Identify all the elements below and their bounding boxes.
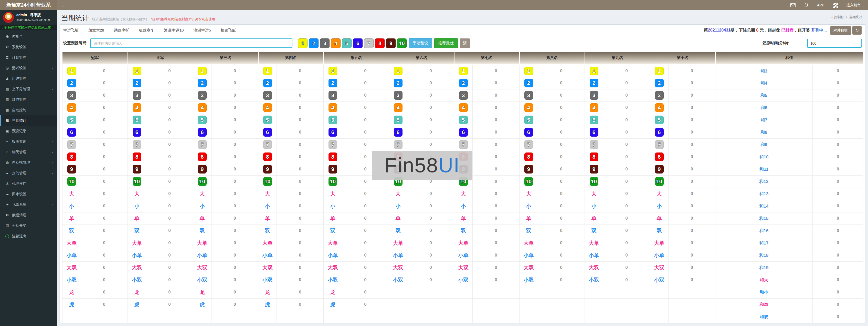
sidebar-item-room-manage[interactable]: ◒房间管理‹ [0,168,57,178]
tab-1[interactable]: 幸运飞艇 [63,28,79,33]
bet-amount-cell: 0 [603,249,650,261]
bet-option-cell: 双 [128,225,146,237]
bet-amount-cell: 0 [473,126,520,139]
bet-amount-cell: 0 [81,65,128,77]
qr-code-icon[interactable] [833,3,838,8]
ball-3: 3 [67,91,76,100]
tab-5[interactable]: 澳洲幸运10 [164,28,184,33]
sum-amount-cell: 0 [813,310,863,323]
tab-7[interactable]: 极速飞艇 [221,28,236,33]
bet-option-cell: 5 [520,114,538,126]
bet-label: 小 [330,203,335,209]
bet-label: 小单 [589,253,599,258]
page-title: 当期统计 [61,14,89,22]
bet-amount-cell: 0 [669,89,715,101]
bet-label: 龙 [200,289,205,295]
ball-10: 10 [67,177,76,186]
manual-preset-button[interactable]: 手动预设 [409,38,432,48]
bet-amount-cell: 0 [146,175,193,187]
sidebar-item-plan-manage[interactable]: ≣计划管理 [0,52,57,63]
preset-number-button-8[interactable]: 8 [375,38,384,48]
sidebar-item-label: 聊天管理 [12,147,26,157]
restore-time-input[interactable] [807,39,862,48]
sum-label-cell: 和16 [715,225,813,237]
bet-label: 小单 [524,253,534,258]
sidebar-item-updown-manage[interactable]: ▤上下分管理‹ [0,84,57,94]
table-row: 小双0小双0小双0小双0小双0小双0小双0小双0小双0小双0和大0 [62,274,863,286]
recommend-best-button[interactable]: 推荐最优 [434,38,458,48]
bet-option-cell: 8 [323,151,342,163]
tab-2[interactable]: 加拿大28 [88,28,104,33]
sum-amount-cell: 0 [813,249,863,261]
bet-option-cell: 3 [585,89,603,101]
sidebar-item-preset-record[interactable]: ▣预设记录 [0,126,57,136]
sum-amount-cell: 0 [813,225,863,237]
bet-option-cell: 小双 [258,274,277,286]
sidebar-item-label: 飞单系统 [12,199,26,210]
preset-number-button-5[interactable]: 5 [342,38,351,48]
bet-label: 小单 [328,253,338,258]
bet-amount-cell: 0 [603,200,650,212]
sidebar-item-game-settings[interactable]: ◎游戏设置‹ [0,63,57,73]
sidebar-item-rebate-settings[interactable]: ☁回水设置 [0,189,57,199]
bet-option-cell [323,310,342,323]
tab-3[interactable]: 劲速摩托 [114,28,129,33]
sum-label-cell: 和8 [715,126,813,139]
sidebar-item-dashboard[interactable]: ◉控制台 [0,31,57,42]
preset-number-button-10[interactable]: 10 [397,38,407,48]
app-logo[interactable]: 新葡京24小时营业系 [0,0,57,10]
messages-icon[interactable] [790,3,796,7]
bet-label: 双 [265,228,270,234]
preset-number-button-1[interactable]: 1 [298,38,308,48]
notifications-bell-icon[interactable] [804,3,808,7]
sidebar-item-logout[interactable]: ◯注销退出 [0,231,57,241]
sidebar-item-user-manage[interactable]: ♟用户管理 [0,73,57,84]
sidebar-item-system-settings[interactable]: ⚙系统设置 [0,42,57,52]
bet-amount-cell: 0 [146,114,193,126]
tab-4[interactable]: 极速赛车 [139,28,154,33]
logout-icon: ◯ [4,231,10,241]
bet-option-cell: 6 [193,126,212,139]
sidebar-item-label: 代理推广 [12,178,26,189]
bet-option-cell: 单 [62,212,81,225]
sidebar-item-current-stats[interactable]: ▩当期统计 [0,115,57,126]
sidebar-item-auto-drag[interactable]: ◍自动拖管理‹ [0,157,57,168]
ball-3: 3 [263,91,272,100]
bet-total: 0 [756,28,758,32]
sidebar-item-agent-promo[interactable]: ♙代理推广 [0,178,57,189]
bet-amount-cell: 0 [669,101,715,114]
sidebar-toggle-icon[interactable]: ≡ [57,0,69,10]
table-row: 大单0大单0大单0大单0大单0大单0大单0大单0大单0大单0和170 [62,237,863,249]
breadcrumb-home[interactable]: 控制台 [834,15,844,19]
bet-amount-cell: 0 [342,126,389,139]
tab-6[interactable]: 澳洲幸运5 [193,28,211,33]
sidebar-item-report-query[interactable]: ≡报表查询‹ [0,136,57,147]
enter-frontend-link[interactable]: 进入前台 [846,3,861,7]
bet-amount-cell: 0 [81,187,128,200]
bet-amount-cell: 0 [603,274,650,286]
sidebar-item-auto-control[interactable]: ▦自动控制 [0,105,57,115]
sidebar-item-fly-order[interactable]: ✈飞单系统‹ [0,199,57,210]
hedge-data-button[interactable]: 对冲数据 [830,26,851,35]
ball-9: 9 [524,165,533,174]
sidebar-item-label: 系统设置 [12,42,26,52]
preset-number-button-7[interactable]: 7 [364,38,374,48]
sidebar-item-manual-draw[interactable]: ⚄手动开奖 [0,220,57,231]
clear-button[interactable]: 清 [460,38,470,48]
preset-number-button-9[interactable]: 9 [386,38,396,48]
sidebar-item-chat-manage[interactable]: ◌聊天管理‹ [0,147,57,157]
preset-number-button-4[interactable]: 4 [331,38,341,48]
bet-option-cell: 小单 [454,249,473,261]
bet-option-cell: 单 [650,212,669,225]
app-link[interactable]: APP [817,3,824,7]
preset-number-button-2[interactable]: 2 [309,38,318,48]
sidebar-item-data-clean[interactable]: ✻数据清理 [0,210,57,220]
refresh-button[interactable]: ↻ [852,26,862,35]
bet-option-cell: 9 [520,163,538,175]
preset-number-button-6[interactable]: 6 [353,38,363,48]
bet-amount-cell: 0 [146,274,193,286]
sidebar-item-redpacket[interactable]: ▥红包管理 [0,94,57,105]
preset-number-input[interactable] [90,38,292,48]
bet-option-cell: 小单 [650,249,669,261]
preset-number-button-3[interactable]: 3 [320,38,330,48]
